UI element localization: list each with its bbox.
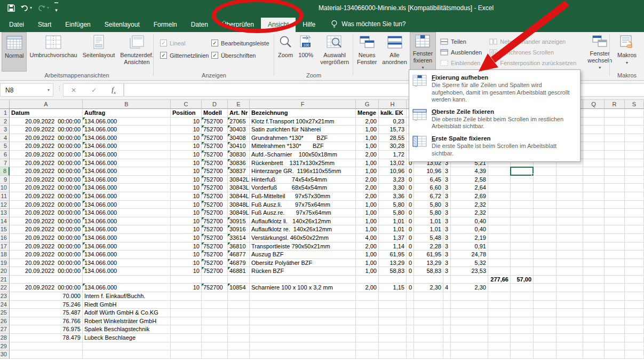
- cell-K16[interactable]: 3: [443, 234, 451, 242]
- cell-E7[interactable]: 30836: [228, 159, 250, 168]
- cell-D26[interactable]: [202, 317, 228, 326]
- split-button[interactable]: Teilen: [440, 36, 482, 46]
- cell-R5[interactable]: [605, 142, 625, 151]
- column-header-A[interactable]: A: [10, 100, 83, 109]
- cell-D7[interactable]: 752700: [202, 159, 228, 168]
- cell-G8[interactable]: 1,00: [356, 167, 379, 176]
- select-all-corner[interactable]: [0, 100, 10, 109]
- cell-E19[interactable]: 46879: [228, 259, 250, 268]
- cell-J12[interactable]: 5,80: [414, 201, 443, 209]
- cell-L24[interactable]: [451, 301, 488, 309]
- cell-K29[interactable]: [443, 342, 451, 351]
- cell-G2[interactable]: 2,00: [356, 118, 379, 126]
- row-header-8[interactable]: 8: [0, 167, 10, 176]
- cell-S22[interactable]: [625, 284, 644, 292]
- cell-N30[interactable]: [511, 350, 534, 359]
- cell-J14[interactable]: 1,01: [414, 217, 443, 226]
- cell-B3[interactable]: 134.066.000: [83, 126, 171, 134]
- cell-A25[interactable]: 75.487: [10, 309, 83, 317]
- cell-Q19[interactable]: [583, 259, 605, 268]
- cell-E23[interactable]: [228, 292, 250, 301]
- cell-O17[interactable]: [534, 242, 556, 251]
- cell-R28[interactable]: [605, 334, 625, 342]
- cell-C18[interactable]: 10: [171, 251, 202, 259]
- cell-Q6[interactable]: [583, 151, 605, 159]
- cell-C2[interactable]: 10: [171, 118, 202, 126]
- cell-G13[interactable]: 1,00: [356, 209, 379, 217]
- cell-G21[interactable]: [356, 276, 379, 284]
- cell-S25[interactable]: [625, 309, 644, 317]
- cell-S4[interactable]: [625, 134, 644, 143]
- cell-O27[interactable]: [534, 325, 556, 334]
- cell-F24[interactable]: [250, 301, 356, 309]
- cell-P12[interactable]: [556, 201, 583, 209]
- cell-Q18[interactable]: [583, 251, 605, 259]
- cell-A29[interactable]: [10, 342, 83, 351]
- cell-H12[interactable]: 5,80: [379, 201, 407, 209]
- cell-O15[interactable]: [534, 225, 556, 234]
- cell-P15[interactable]: [556, 225, 583, 234]
- cell-S11[interactable]: [625, 192, 644, 201]
- cell-B9[interactable]: 134.066.000: [83, 176, 171, 184]
- cell-Q9[interactable]: [583, 176, 605, 184]
- cell-S3[interactable]: [625, 126, 644, 134]
- cell-I11[interactable]: 0: [407, 192, 414, 201]
- cell-B14[interactable]: 134.066.000: [83, 217, 171, 226]
- cell-D28[interactable]: [202, 334, 228, 342]
- cell-M10[interactable]: [488, 184, 511, 192]
- tab-start[interactable]: Start: [31, 18, 58, 32]
- cell-K28[interactable]: [443, 334, 451, 342]
- cell-A2[interactable]: 20.09.2022 00:00:00: [10, 118, 83, 126]
- cell-N22[interactable]: [511, 284, 534, 292]
- cell-P14[interactable]: [556, 217, 583, 226]
- cell-F20[interactable]: Rücken BZF: [250, 267, 356, 276]
- cell-P18[interactable]: [556, 251, 583, 259]
- cell-R16[interactable]: [605, 234, 625, 242]
- cell-Q25[interactable]: [583, 309, 605, 317]
- zoom-to-selection-button[interactable]: Auswahl vergrößern: [316, 32, 353, 72]
- cell-G1[interactable]: Menge: [356, 109, 379, 118]
- cell-Q16[interactable]: [583, 234, 605, 242]
- cell-P13[interactable]: [556, 209, 583, 217]
- cell-J30[interactable]: [414, 350, 443, 359]
- fill-handle[interactable]: [531, 174, 534, 176]
- row-header-25[interactable]: 25: [0, 309, 10, 317]
- cell-C3[interactable]: 10: [171, 126, 202, 134]
- cell-R1[interactable]: [605, 109, 625, 118]
- cell-J29[interactable]: [414, 342, 443, 351]
- cell-C24[interactable]: [171, 301, 202, 309]
- cell-S24[interactable]: [625, 301, 644, 309]
- cell-N26[interactable]: [511, 317, 534, 326]
- cell-G18[interactable]: 1,00: [356, 251, 379, 259]
- cell-K24[interactable]: [443, 301, 451, 309]
- cell-L8[interactable]: 4,39: [451, 167, 488, 176]
- cell-J19[interactable]: 13,29: [414, 259, 443, 268]
- cell-C26[interactable]: [171, 317, 202, 326]
- row-header-13[interactable]: 13: [0, 209, 10, 217]
- cell-F10[interactable]: Vorderfuß 68x54x54mm: [250, 184, 356, 192]
- row-header-29[interactable]: 29: [0, 342, 10, 351]
- cell-H10[interactable]: 3,30: [379, 184, 407, 192]
- cell-B7[interactable]: 134.066.000: [83, 159, 171, 168]
- cell-I26[interactable]: [407, 317, 414, 326]
- column-header-S[interactable]: S: [625, 100, 644, 109]
- cell-M27[interactable]: [488, 325, 511, 334]
- cell-E4[interactable]: 30408: [228, 134, 250, 143]
- cell-Q13[interactable]: [583, 209, 605, 217]
- cell-B2[interactable]: 134.066.000: [83, 118, 171, 126]
- cell-F23[interactable]: [250, 292, 356, 301]
- cell-D23[interactable]: [202, 292, 228, 301]
- row-header-14[interactable]: 14: [0, 217, 10, 226]
- cell-O24[interactable]: [534, 301, 556, 309]
- cell-L13[interactable]: 2,32: [451, 209, 488, 217]
- menu-item-freeze-top-row[interactable]: Oberste Zeile fixieren Die oberste Zeile…: [409, 106, 580, 132]
- cell-E1[interactable]: Art. Nr: [228, 109, 250, 118]
- cell-Q28[interactable]: [583, 334, 605, 342]
- cell-G7[interactable]: 1,00: [356, 159, 379, 168]
- cell-D15[interactable]: 752700: [202, 225, 228, 234]
- insert-function-icon[interactable]: fx: [112, 85, 116, 95]
- cell-K14[interactable]: 3: [443, 217, 451, 226]
- cell-S15[interactable]: [625, 225, 644, 234]
- cell-G14[interactable]: 1,00: [356, 217, 379, 226]
- cell-O9[interactable]: [534, 176, 556, 184]
